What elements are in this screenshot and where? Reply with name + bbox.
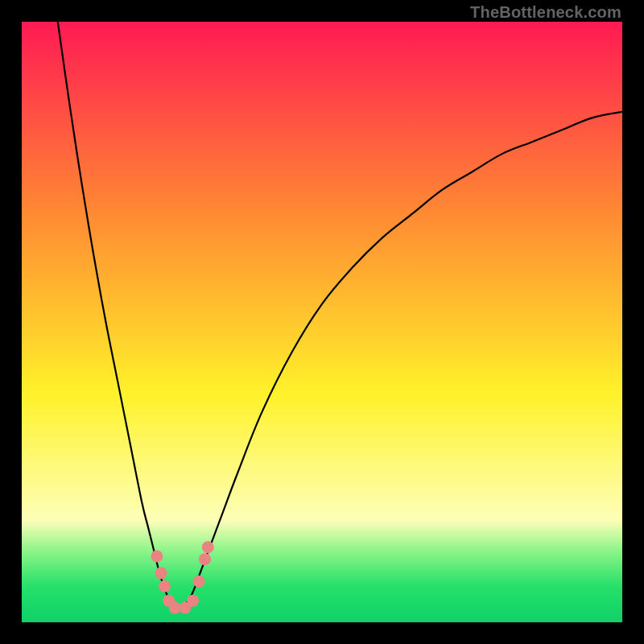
data-point	[159, 580, 171, 592]
plot-area	[22, 22, 622, 622]
chart-frame: TheBottleneck.com	[0, 0, 644, 644]
curve-left	[58, 22, 178, 610]
curve-data-points	[151, 541, 213, 613]
bottleneck-curve	[22, 22, 622, 622]
data-point	[199, 553, 211, 565]
data-point	[151, 550, 163, 562]
curve-right	[178, 112, 622, 610]
data-point	[202, 541, 214, 553]
data-point	[193, 576, 205, 588]
data-point	[187, 595, 199, 607]
watermark-text: TheBottleneck.com	[470, 3, 621, 22]
data-point	[155, 567, 167, 579]
